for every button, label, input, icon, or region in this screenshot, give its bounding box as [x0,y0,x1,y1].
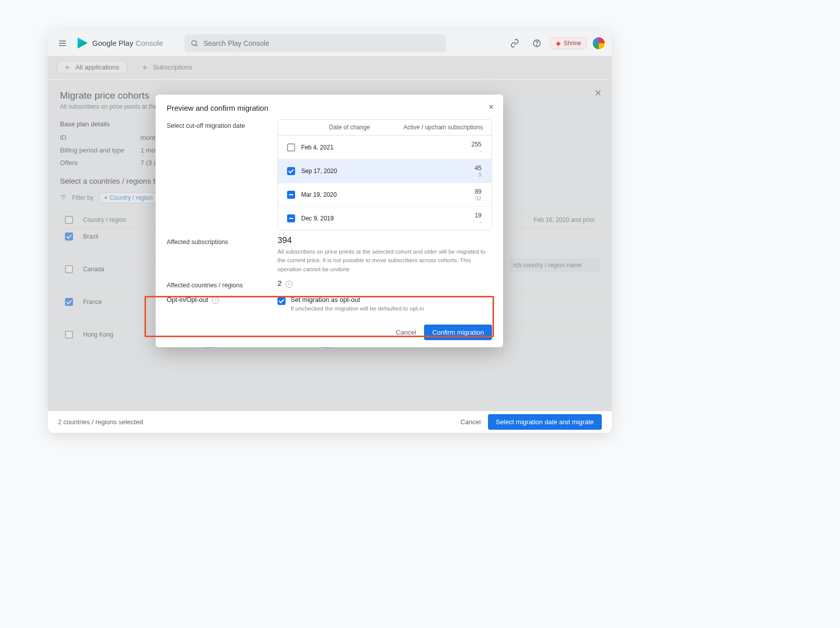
row-checkbox[interactable] [65,265,73,273]
svg-point-0 [192,40,196,45]
select-migrate-button[interactable]: Select migration date and migrate [488,414,602,430]
confirm-migration-button[interactable]: Confirm migration [424,325,492,340]
link-icon[interactable] [506,35,523,52]
modal-title: Preview and confirm migration [167,104,492,112]
date-row[interactable]: Feb 4, 2021 255- [278,135,492,159]
opt-sub: If unchecked the migration will be defau… [291,305,424,311]
date-value: Dec 9, 2019 [301,215,398,222]
modal-close-icon[interactable]: ✕ [484,100,498,114]
svg-point-2 [537,45,537,45]
close-icon[interactable]: ✕ [591,86,605,100]
hdr-subs: Active / upchain subscriptions [398,124,488,131]
field-bill-v: 1 mor [141,146,157,154]
cutoff-label: Select cut-off migration date [167,119,267,129]
subs-value: 459 [398,165,488,178]
account-chip[interactable]: ◈ Shrine [550,37,587,49]
help-icon[interactable]: ? [286,281,293,288]
field-offers-k: Offers [60,159,141,167]
search-box[interactable] [184,34,446,52]
app-bar: Google Play Console ◈ Shrine [48,30,612,56]
filter-by-label: Filter by [72,194,94,201]
date-value: Feb 4, 2021 [301,144,398,151]
row-checkbox[interactable] [65,331,73,339]
affected-regions-value: 2 [277,279,282,287]
field-id-k: ID [60,134,141,141]
help-icon[interactable]: ? [212,297,219,304]
brand: Google Play Console [77,38,163,49]
date-checkbox[interactable] [287,143,295,151]
search-input[interactable] [203,39,440,47]
chip-label: Country / region [110,194,153,201]
opt-row: Opt-in/Opt-out ? Set migration as opt-ou… [167,289,492,321]
field-bill-k: Billing period and type [60,146,141,154]
select-all-checkbox[interactable] [65,216,73,224]
modal-cancel-button[interactable]: Cancel [396,329,416,336]
affected-subs-help: All subscribers on price points at the s… [277,248,492,274]
search-region-input[interactable]: rch country / region name [509,258,600,272]
hdr-date: Date of change [301,124,398,131]
date-value: Sep 17, 2020 [301,168,398,175]
date-checkbox[interactable] [287,167,295,175]
affected-regions-label: Affected countries / regions [167,279,267,289]
opt-label: Opt-in/Opt-out ? [167,296,267,304]
affected-subs-value: 394 [277,236,492,246]
diamond-icon: ◈ [556,40,561,47]
google-avatar[interactable] [592,36,606,50]
brand-sub: Console [135,39,163,47]
date-table: Date of change Active / upchain subscrip… [277,119,492,230]
opt-out-checkbox[interactable] [277,297,286,305]
date-checkbox[interactable] [287,214,295,222]
back-label: All applications [76,63,119,71]
help-icon[interactable] [528,35,545,52]
field-offers-v: 7 (3 a [141,159,157,167]
arrow-left-icon [64,64,72,71]
back-all-apps[interactable]: All applications [57,61,127,73]
date-checkbox[interactable] [287,191,295,199]
row-checkbox[interactable] [65,232,73,241]
brand-main: Google Play [92,39,133,47]
field-id-v: montl [141,134,157,141]
date-row[interactable]: Sep 17, 2020 459 [278,159,492,183]
play-logo-icon [77,38,88,49]
subs-value: 19- [398,212,488,225]
subs-value: 255- [398,141,488,154]
menu-icon[interactable] [54,35,71,52]
date-row[interactable]: Mar 19, 2020 8932 [278,183,492,206]
account-name: Shrine [564,40,581,47]
filter-icon [60,194,67,201]
search-region-placeholder: rch country / region name [513,262,582,269]
crumb-text: Subscriptions [153,63,192,71]
affected-subs-label: Affected subscriptions [167,236,267,246]
arrow-left-icon [142,64,149,71]
confirm-migration-modal: ✕ Preview and confirm migration Select c… [156,95,503,347]
breadcrumb[interactable]: Subscriptions [142,63,192,71]
search-icon [190,39,198,47]
cancel-button[interactable]: Cancel [460,418,480,426]
date-value: Mar 19, 2020 [301,191,398,198]
subs-value: 8932 [398,188,488,201]
bottom-bar: 2 countries / regions selected Cancel Se… [48,411,612,433]
filter-chip-country[interactable]: + Country / region [99,192,158,203]
row-checkbox[interactable] [65,298,73,306]
opt-check-label: Set migration as opt-out [291,296,424,303]
selected-count: 2 countries / regions selected [58,418,143,426]
date-row[interactable]: Dec 9, 2019 19- [278,206,492,230]
sub-header: All applications Subscriptions [48,56,612,78]
